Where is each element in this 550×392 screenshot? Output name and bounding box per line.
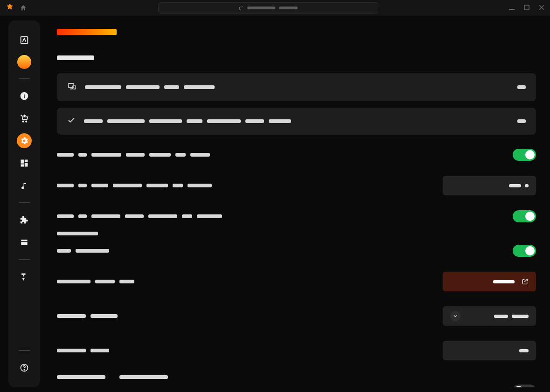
toggle-3[interactable]	[513, 245, 536, 257]
maximize-button[interactable]	[524, 4, 529, 12]
toggle-4[interactable]	[513, 385, 536, 387]
search-placeholder-2	[279, 7, 298, 9]
search-icon	[238, 6, 244, 11]
setting-label	[57, 249, 109, 253]
svg-point-15	[24, 370, 24, 370]
sidebar-item-help[interactable]	[17, 360, 32, 375]
text-field-1[interactable]	[443, 176, 536, 195]
minimize-button[interactable]	[509, 4, 515, 12]
text-field-2[interactable]	[443, 341, 536, 360]
sidebar-divider-2	[19, 202, 30, 203]
svg-rect-12	[21, 240, 27, 241]
sidebar-divider-4	[19, 350, 30, 351]
settings-content	[40, 21, 550, 387]
svg-rect-1	[524, 5, 529, 10]
check-icon	[67, 116, 76, 126]
setting-row-action	[57, 264, 536, 299]
section-heading	[57, 55, 94, 60]
card-tail-value	[517, 85, 526, 89]
chevron-down-icon	[450, 311, 460, 321]
setting-row-dropdown	[57, 299, 536, 333]
sidebar-item-format[interactable]	[17, 269, 32, 284]
setting-row-toggle-3	[57, 237, 536, 264]
display-icon	[67, 82, 77, 93]
setting-text-row	[57, 368, 536, 382]
setting-description	[57, 230, 536, 237]
toggle-2[interactable]	[513, 210, 536, 222]
setting-row-toggle-1	[57, 141, 536, 168]
open-external-icon	[521, 278, 529, 285]
card-text	[84, 119, 291, 123]
setting-row-field-1	[57, 168, 536, 203]
search-input[interactable]	[158, 2, 378, 14]
sidebar-item-library[interactable]	[17, 33, 32, 48]
sidebar-item-music[interactable]	[17, 178, 32, 193]
sidebar-item-info[interactable]	[17, 89, 32, 103]
open-external-button[interactable]	[443, 272, 536, 291]
svg-rect-10	[25, 163, 28, 166]
svg-point-6	[22, 121, 24, 122]
sidebar-item-plugins[interactable]	[17, 213, 32, 227]
status-card-display[interactable]	[57, 73, 536, 101]
sidebar-item-add-cart[interactable]	[17, 111, 32, 126]
sidebar-item-settings[interactable]	[17, 133, 32, 148]
svg-rect-9	[25, 160, 28, 162]
setting-label	[57, 153, 210, 157]
setting-row-toggle-4	[57, 382, 536, 387]
setting-label	[57, 375, 168, 379]
page-accent-stripe	[57, 29, 117, 35]
setting-row-toggle-2	[57, 203, 536, 230]
setting-row-field-2	[57, 333, 536, 368]
svg-rect-13	[21, 242, 27, 245]
sidebar-divider-3	[19, 259, 30, 260]
svg-point-7	[26, 121, 27, 122]
toggle-1[interactable]	[513, 149, 536, 161]
status-card-check[interactable]	[57, 108, 536, 135]
sidebar	[8, 21, 40, 387]
setting-label	[57, 314, 118, 318]
dropdown-field[interactable]	[443, 306, 536, 326]
close-button[interactable]	[539, 4, 544, 12]
setting-label	[57, 349, 109, 352]
sidebar-item-featured[interactable]	[17, 55, 31, 69]
setting-label	[57, 184, 212, 187]
setting-label	[57, 280, 134, 283]
app-logo	[6, 3, 14, 13]
card-text	[85, 85, 215, 89]
svg-rect-4	[24, 95, 25, 98]
svg-rect-8	[21, 160, 24, 164]
sidebar-item-dashboard[interactable]	[17, 156, 32, 171]
sidebar-divider	[19, 78, 30, 79]
search-placeholder	[247, 7, 275, 9]
svg-rect-11	[21, 165, 24, 167]
svg-rect-5	[24, 94, 25, 95]
home-button[interactable]	[20, 4, 27, 12]
sidebar-item-layers[interactable]	[17, 235, 32, 250]
svg-rect-0	[509, 9, 515, 10]
card-tail-value	[517, 119, 526, 123]
setting-label	[57, 214, 222, 218]
